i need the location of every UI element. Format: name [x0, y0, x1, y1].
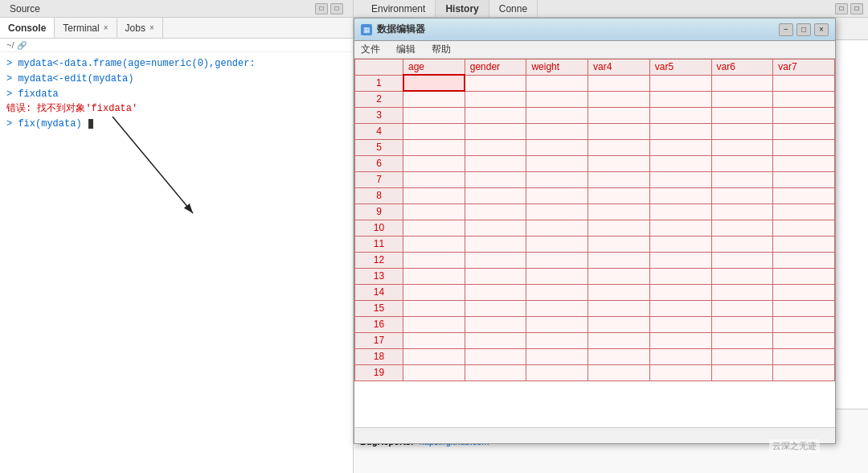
- data-cell[interactable]: [649, 155, 711, 171]
- data-cell[interactable]: [526, 187, 588, 204]
- data-cell[interactable]: [526, 75, 588, 91]
- data-cell[interactable]: [711, 155, 773, 171]
- data-cell[interactable]: [588, 316, 650, 332]
- data-cell[interactable]: [649, 91, 711, 107]
- tab-console[interactable]: Console: [0, 18, 55, 38]
- data-cell[interactable]: [465, 252, 526, 268]
- data-cell[interactable]: [711, 268, 773, 284]
- data-cell[interactable]: [773, 171, 835, 187]
- data-cell[interactable]: [588, 284, 650, 300]
- table-row[interactable]: 11: [355, 236, 835, 252]
- menu-help[interactable]: 帮助: [428, 43, 454, 56]
- data-cell[interactable]: [711, 332, 773, 348]
- table-row[interactable]: 14: [355, 284, 835, 300]
- data-cell[interactable]: [711, 220, 773, 236]
- data-cell[interactable]: [465, 107, 526, 123]
- data-cell[interactable]: [465, 364, 526, 380]
- menu-edit[interactable]: 编辑: [393, 43, 419, 56]
- table-row[interactable]: 6: [355, 155, 835, 171]
- data-cell[interactable]: [711, 171, 773, 187]
- table-row[interactable]: 7: [355, 171, 835, 187]
- table-row[interactable]: 12: [355, 252, 835, 268]
- menu-file[interactable]: 文件: [358, 43, 383, 56]
- tab-connections[interactable]: Conne: [489, 0, 538, 17]
- data-cell[interactable]: [465, 123, 526, 139]
- table-row[interactable]: 9: [355, 204, 835, 220]
- data-cell[interactable]: [526, 204, 588, 220]
- maximize-source-btn[interactable]: □: [330, 3, 343, 14]
- data-cell[interactable]: [526, 171, 588, 187]
- maximize-right-btn[interactable]: □: [850, 3, 863, 14]
- data-cell[interactable]: [465, 300, 526, 316]
- data-cell[interactable]: [526, 91, 588, 107]
- dialog-close-btn[interactable]: ×: [814, 23, 829, 36]
- data-cell[interactable]: [526, 332, 588, 348]
- minimize-right-btn[interactable]: □: [835, 3, 848, 14]
- jobs-close-icon[interactable]: ×: [149, 23, 154, 32]
- data-cell[interactable]: [526, 316, 588, 332]
- data-cell[interactable]: [465, 187, 526, 204]
- table-row[interactable]: 17: [355, 332, 835, 348]
- table-row[interactable]: 10: [355, 220, 835, 236]
- data-cell[interactable]: [403, 91, 465, 107]
- data-cell[interactable]: [711, 139, 773, 155]
- data-cell[interactable]: [588, 171, 650, 187]
- data-cell[interactable]: [465, 139, 526, 155]
- data-cell[interactable]: [465, 316, 526, 332]
- tab-jobs[interactable]: Jobs ×: [117, 18, 163, 38]
- data-cell[interactable]: [526, 107, 588, 123]
- data-cell[interactable]: [588, 252, 650, 268]
- data-cell[interactable]: [649, 332, 711, 348]
- data-cell[interactable]: [773, 220, 835, 236]
- data-cell[interactable]: [711, 284, 773, 300]
- data-cell[interactable]: [773, 300, 835, 316]
- data-cell[interactable]: [588, 268, 650, 284]
- data-cell[interactable]: [526, 300, 588, 316]
- data-cell[interactable]: [588, 107, 650, 123]
- data-cell[interactable]: [526, 252, 588, 268]
- data-cell[interactable]: [465, 155, 526, 171]
- minimize-source-btn[interactable]: □: [315, 3, 328, 14]
- data-cell[interactable]: [465, 220, 526, 236]
- table-row[interactable]: 4: [355, 123, 835, 139]
- data-cell[interactable]: [649, 139, 711, 155]
- data-cell[interactable]: [773, 123, 835, 139]
- data-cell[interactable]: [465, 332, 526, 348]
- data-cell[interactable]: [649, 300, 711, 316]
- data-cell[interactable]: [711, 300, 773, 316]
- data-cell[interactable]: [773, 204, 835, 220]
- data-cell[interactable]: [649, 268, 711, 284]
- data-cell[interactable]: [649, 364, 711, 380]
- data-cell[interactable]: [526, 139, 588, 155]
- data-cell[interactable]: [403, 284, 465, 300]
- data-cell[interactable]: [465, 204, 526, 220]
- tab-terminal[interactable]: Terminal ×: [55, 18, 117, 38]
- data-cell[interactable]: [403, 107, 465, 123]
- data-cell[interactable]: [403, 348, 465, 364]
- data-cell[interactable]: [773, 348, 835, 364]
- data-cell[interactable]: [588, 139, 650, 155]
- data-cell[interactable]: [711, 204, 773, 220]
- table-row[interactable]: 8: [355, 187, 835, 204]
- data-cell[interactable]: [649, 187, 711, 204]
- data-cell[interactable]: [711, 107, 773, 123]
- table-row[interactable]: 16: [355, 316, 835, 332]
- data-cell[interactable]: [649, 348, 711, 364]
- data-cell[interactable]: [773, 75, 835, 91]
- data-cell[interactable]: [465, 348, 526, 364]
- data-cell[interactable]: [526, 348, 588, 364]
- table-row[interactable]: 19: [355, 364, 835, 380]
- data-cell[interactable]: [773, 91, 835, 107]
- data-cell[interactable]: [649, 171, 711, 187]
- data-cell[interactable]: [526, 220, 588, 236]
- data-cell[interactable]: [649, 236, 711, 252]
- dialog-restore-btn[interactable]: □: [796, 23, 811, 36]
- data-cell[interactable]: [711, 348, 773, 364]
- data-cell[interactable]: [465, 75, 526, 91]
- data-cell[interactable]: [465, 236, 526, 252]
- data-cell[interactable]: [526, 284, 588, 300]
- tab-history[interactable]: History: [436, 0, 489, 17]
- tab-environment[interactable]: Environment: [362, 0, 436, 17]
- data-cell[interactable]: [773, 236, 835, 252]
- data-cell[interactable]: [773, 252, 835, 268]
